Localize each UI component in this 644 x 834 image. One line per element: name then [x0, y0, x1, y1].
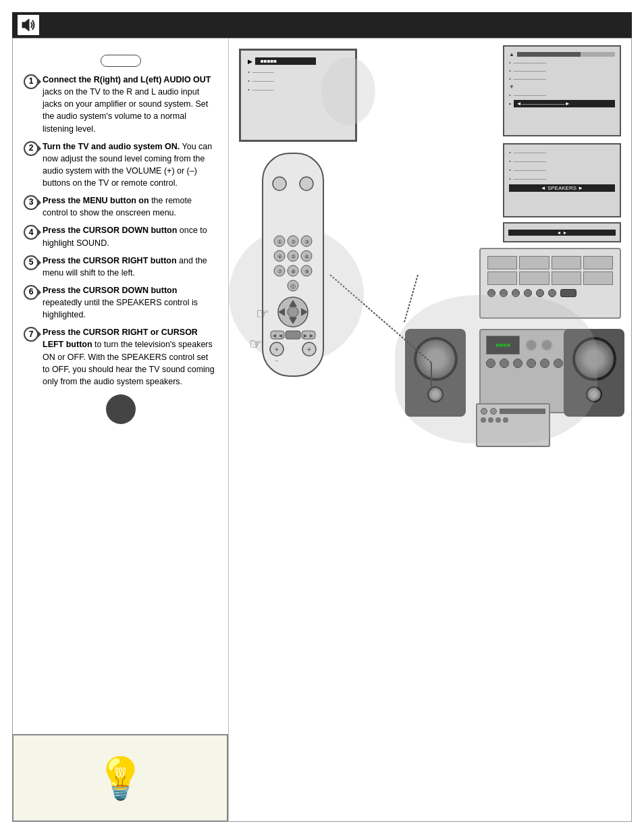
- oval-button: [101, 55, 141, 67]
- left-panel: 1 Connect the R(ight) and L(eft) AUDIO O…: [13, 38, 229, 821]
- right-panel: ▶ ■■■■■ • ———— • ———— • ————: [229, 38, 631, 821]
- remote-svg: ① ② ③ ④ ⑤ ⑥ ⑦ ⑧ ⑨ ⓪: [242, 150, 347, 400]
- tip-bulb-icon: 💡: [95, 754, 146, 802]
- svg-text:④: ④: [277, 254, 282, 260]
- step-num-2: 2: [24, 141, 38, 156]
- step-3-bold: Press the MENU button on: [43, 196, 149, 205]
- step-4-text: Press the CURSOR DOWN button once to hig…: [43, 224, 217, 249]
- svg-point-29: [288, 307, 298, 317]
- step-6: 6 Press the CURSOR DOWN button repeatedl…: [24, 284, 217, 321]
- svg-text:+: +: [307, 345, 311, 353]
- osd-screen-1: ▲ •—————— •—————— •—————— ▼ •—————— •: [503, 45, 621, 136]
- header-bar: [12, 12, 632, 38]
- step-5-bold: Press the CURSOR RIGHT button: [43, 256, 177, 265]
- step-5: 5 Press the CURSOR RIGHT button and the …: [24, 255, 217, 279]
- svg-text:③: ③: [304, 239, 309, 245]
- step-num-1: 1: [24, 74, 38, 89]
- svg-text:⑧: ⑧: [291, 269, 296, 275]
- svg-point-3: [300, 177, 313, 190]
- step-3: 3 Press the MENU button on the remote co…: [24, 194, 217, 219]
- svg-text:☞: ☞: [256, 305, 269, 322]
- svg-text:◄◄: ◄◄: [271, 332, 284, 339]
- osd-screen-3: ◄ ►: [503, 222, 621, 242]
- step-6-bold: Press the CURSOR DOWN button: [43, 286, 177, 295]
- osd-screen-2: •—————— •—————— •—————— •—————— ◄ SPEAKE…: [503, 143, 621, 217]
- svg-text:−: −: [275, 357, 278, 364]
- svg-text:⑤: ⑤: [291, 254, 296, 260]
- step-7-bold: Press the CURSOR RIGHT or CURSOR LEFT bu…: [43, 328, 198, 349]
- svg-point-2: [273, 177, 286, 190]
- step-num-3: 3: [24, 195, 38, 210]
- step-7: 7 Press the CURSOR RIGHT or CURSOR LEFT …: [24, 326, 217, 388]
- svg-rect-34: [286, 331, 300, 339]
- svg-text:①: ①: [277, 239, 282, 245]
- svg-rect-1: [263, 153, 323, 376]
- stop-button: [106, 394, 136, 424]
- svg-text:+: +: [275, 345, 279, 353]
- tip-box: 💡: [12, 734, 228, 822]
- step-4: 4 Press the CURSOR DOWN button once to h…: [24, 224, 217, 249]
- step-num-7: 7: [24, 327, 38, 342]
- svg-marker-0: [22, 19, 29, 31]
- svg-text:⑥: ⑥: [304, 254, 309, 260]
- stop-button-area: [24, 394, 217, 424]
- step-7-text: Press the CURSOR RIGHT or CURSOR LEFT bu…: [43, 326, 217, 388]
- step-4-bold: Press the CURSOR DOWN button: [43, 226, 177, 235]
- step-2-text: Turn the TV and audio system ON. You can…: [43, 140, 217, 190]
- step-2-bold: Turn the TV and audio system ON.: [43, 142, 180, 151]
- svg-text:②: ②: [291, 239, 296, 245]
- step-3-text: Press the MENU button on the remote cont…: [43, 194, 217, 219]
- speaker-icon: [18, 15, 39, 35]
- tv-screen: ▶ ■■■■■ • ———— • ———— • ————: [239, 49, 364, 147]
- step-num-6: 6: [24, 285, 38, 300]
- step-1-bold: Connect the R(ight) and L(eft) AUDIO OUT: [43, 75, 211, 84]
- step-5-text: Press the CURSOR RIGHT button and the me…: [43, 255, 217, 279]
- svg-text:⑨: ⑨: [304, 269, 309, 275]
- step-num-4: 4: [24, 225, 38, 240]
- main-content: 1 Connect the R(ight) and L(eft) AUDIO O…: [12, 38, 632, 822]
- svg-text:⓪: ⓪: [290, 284, 296, 290]
- svg-text:►►: ►►: [302, 332, 315, 339]
- svg-text:⑦: ⑦: [277, 269, 282, 275]
- svg-text:☞: ☞: [249, 336, 263, 353]
- step-6-text: Press the CURSOR DOWN button repeatedly …: [43, 284, 217, 321]
- osd-speakers-bar: ◄ SPEAKERS ►: [509, 184, 615, 192]
- step-2: 2 Turn the TV and audio system ON. You c…: [24, 140, 217, 190]
- remote-control: ① ② ③ ④ ⑤ ⑥ ⑦ ⑧ ⑨ ⓪: [242, 150, 350, 407]
- osd-screen-3-bar: ◄ ►: [508, 230, 616, 236]
- step-1: 1 Connect the R(ight) and L(eft) AUDIO O…: [24, 74, 217, 135]
- step-1-text: Connect the R(ight) and L(eft) AUDIO OUT…: [43, 74, 217, 135]
- step-num-5: 5: [24, 255, 38, 270]
